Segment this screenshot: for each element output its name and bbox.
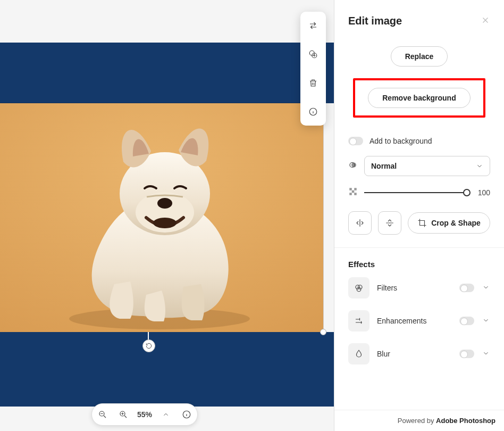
flip-vertical-button[interactable]: [378, 211, 401, 235]
enhancements-toggle[interactable]: [459, 317, 474, 325]
blend-mode-icon: [348, 160, 358, 172]
enhancements-label: Enhancements: [377, 317, 452, 325]
effects-filters-row[interactable]: Filters: [348, 277, 490, 299]
resize-handle-br[interactable]: [320, 329, 326, 335]
opacity-thumb[interactable]: [463, 189, 471, 196]
duplicate-icon: [308, 49, 318, 59]
footer-brand: Adobe Photoshop: [436, 417, 495, 425]
enhancements-icon: [348, 310, 369, 331]
swap-button[interactable]: [305, 17, 322, 34]
rotate-icon: [145, 342, 153, 350]
blend-mode-select[interactable]: Normal: [364, 156, 490, 176]
svg-point-21: [357, 287, 361, 292]
filters-toggle[interactable]: [459, 284, 474, 292]
svg-rect-16: [352, 190, 355, 193]
info-button[interactable]: [305, 103, 322, 120]
svg-rect-17: [349, 193, 352, 195]
crop-and-shape-button[interactable]: Crop & Shape: [408, 212, 490, 234]
filters-icon: [348, 277, 369, 299]
footer-prefix: Powered by: [398, 417, 436, 425]
filters-expand[interactable]: [482, 284, 490, 293]
flip-horizontal-button[interactable]: [348, 211, 372, 235]
delete-button[interactable]: [305, 74, 322, 92]
add-to-background-toggle[interactable]: [348, 137, 363, 145]
flip-vertical-icon: [385, 218, 394, 228]
svg-point-20: [358, 285, 363, 289]
zoom-level[interactable]: 55%: [137, 410, 152, 419]
replace-button[interactable]: Replace: [391, 46, 448, 67]
chevron-down-icon: [482, 350, 490, 357]
panel-footer: Powered by Adobe Photoshop: [334, 410, 504, 431]
zoom-menu-button[interactable]: [157, 406, 174, 423]
blur-label: Blur: [377, 350, 452, 358]
selected-image[interactable]: [0, 103, 323, 332]
zoom-out-button[interactable]: [94, 406, 111, 423]
zoom-in-button[interactable]: [115, 406, 132, 423]
opacity-value: 100: [473, 188, 490, 197]
add-to-background-label: Add to background: [369, 137, 432, 145]
chevron-up-icon: [162, 411, 170, 418]
enhancements-expand[interactable]: [482, 317, 490, 326]
panel-title: Edit image: [348, 15, 402, 27]
blur-icon: [348, 343, 369, 364]
flip-horizontal-icon: [355, 218, 365, 228]
chevron-down-icon: [482, 284, 490, 291]
canvas-area[interactable]: 55%: [0, 0, 334, 431]
close-icon: [481, 15, 490, 25]
duplicate-button[interactable]: [305, 46, 322, 63]
zoom-bar: 55%: [91, 403, 198, 426]
svg-point-13: [351, 163, 356, 168]
page-background-top: [0, 43, 334, 103]
page-background-bottom: [0, 332, 334, 407]
blend-mode-value: Normal: [371, 162, 397, 170]
svg-point-5: [157, 198, 172, 209]
remove-background-button[interactable]: Remove background: [368, 88, 470, 108]
zoom-out-icon: [98, 410, 107, 419]
info-icon: [182, 410, 191, 419]
rotate-handle[interactable]: [142, 339, 155, 352]
svg-rect-18: [354, 193, 357, 195]
close-panel-button[interactable]: [481, 15, 490, 27]
blur-expand[interactable]: [482, 350, 490, 359]
floating-toolbar: [300, 12, 326, 126]
zoom-in-icon: [119, 410, 128, 419]
effects-blur-row[interactable]: Blur: [348, 343, 490, 364]
blur-toggle[interactable]: [459, 350, 474, 358]
edit-image-panel: Edit image Replace Remove background Add…: [334, 0, 504, 431]
chevron-down-icon: [482, 317, 490, 324]
swap-icon: [308, 21, 318, 30]
remove-background-highlight: Remove background: [353, 78, 485, 118]
effects-enhancements-row[interactable]: Enhancements: [348, 310, 490, 331]
svg-point-4: [153, 218, 177, 228]
svg-rect-15: [354, 188, 357, 190]
info-icon: [308, 107, 318, 117]
filters-label: Filters: [377, 284, 452, 292]
zoom-info-button[interactable]: [178, 406, 195, 423]
effects-title: Effects: [348, 260, 490, 269]
crop-icon: [417, 218, 427, 228]
opacity-icon: [348, 187, 358, 198]
chevron-down-icon: [476, 162, 483, 170]
crop-and-shape-label: Crop & Shape: [431, 219, 481, 227]
opacity-slider[interactable]: [364, 192, 467, 193]
svg-rect-14: [349, 188, 352, 190]
trash-icon: [308, 78, 318, 88]
